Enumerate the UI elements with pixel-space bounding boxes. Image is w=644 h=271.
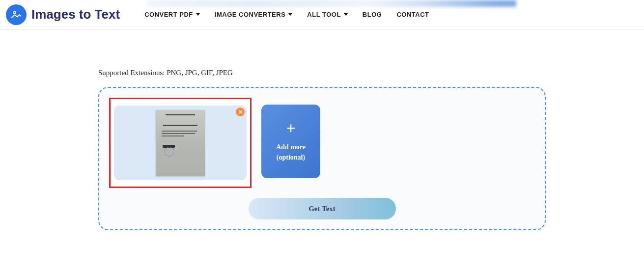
uploaded-image-card[interactable]: ✕: [109, 98, 252, 188]
nav-contact[interactable]: CONTACT: [396, 11, 429, 18]
header: Images to Text CONVERT PDF IMAGE CONVERT…: [0, 0, 644, 29]
add-more-button[interactable]: + Add more (optional): [261, 105, 320, 178]
nav-label: CONVERT PDF: [144, 11, 193, 18]
nav-convert-pdf[interactable]: CONVERT PDF: [144, 11, 200, 18]
close-icon: ✕: [238, 109, 243, 115]
nav-image-converters[interactable]: IMAGE CONVERTERS: [215, 11, 293, 18]
main-nav: CONVERT PDF IMAGE CONVERTERS ALL TOOL BL…: [144, 11, 429, 18]
plus-icon: +: [286, 120, 296, 136]
add-more-label: Add more (optional): [276, 142, 306, 163]
logo-icon: [6, 4, 27, 25]
get-text-button[interactable]: Get Text: [249, 198, 396, 219]
chevron-down-icon: [196, 13, 200, 16]
logo[interactable]: Images to Text: [6, 4, 120, 25]
chevron-down-icon: [344, 13, 348, 16]
main-content: Supported Extensions: PNG, JPG, GIF, JPE…: [0, 29, 644, 230]
nav-label: BLOG: [363, 11, 382, 18]
document-thumbnail: [156, 110, 205, 176]
svg-point-0: [13, 11, 16, 14]
nav-blog[interactable]: BLOG: [363, 11, 382, 18]
dropzone-items: ✕ + Add more: [109, 98, 535, 188]
chevron-down-icon: [288, 13, 292, 16]
dropzone[interactable]: ✕ + Add more: [98, 87, 546, 230]
supported-extensions-label: Supported Extensions: PNG, JPG, GIF, JPE…: [98, 69, 546, 77]
remove-image-button[interactable]: ✕: [236, 108, 245, 116]
nav-label: IMAGE CONVERTERS: [215, 11, 286, 18]
logo-text: Images to Text: [31, 7, 120, 22]
nav-label: CONTACT: [396, 11, 429, 18]
nav-label: ALL TOOL: [307, 11, 341, 18]
image-thumbnail-wrapper: ✕: [114, 106, 247, 180]
nav-all-tool[interactable]: ALL TOOL: [307, 11, 348, 18]
